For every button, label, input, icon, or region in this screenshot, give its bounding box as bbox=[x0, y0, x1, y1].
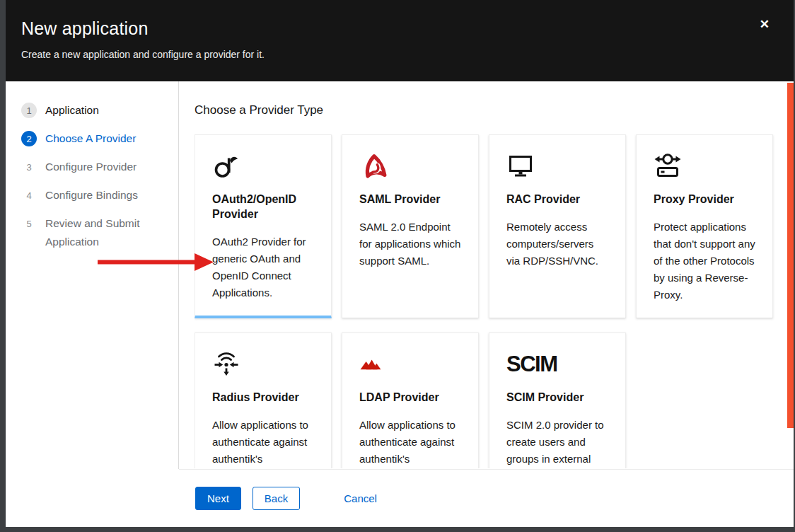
provider-card-grid: OAuth2/OpenID Provider OAuth2 Provider f… bbox=[195, 134, 794, 468]
provider-card-ldap[interactable]: LDAP Provider Allow applications to auth… bbox=[342, 332, 479, 468]
cancel-button[interactable]: Cancel bbox=[344, 492, 377, 504]
step-number: 3 bbox=[21, 159, 37, 175]
back-button[interactable]: Back bbox=[253, 487, 300, 510]
ldap-mountains-icon bbox=[359, 350, 461, 378]
provider-card-scim[interactable]: SCIM SCIM Provider SCIM 2.0 provider to … bbox=[489, 332, 626, 468]
provider-card-title: LDAP Provider bbox=[359, 390, 461, 405]
scim-wordmark-text: SCIM bbox=[506, 352, 557, 377]
step-review-and-submit[interactable]: 5 Review and Submit Application bbox=[21, 214, 167, 251]
provider-card-saml[interactable]: SAML Provider SAML 2.0 Endpoint for appl… bbox=[342, 134, 479, 318]
wizard-header: New application Create a new application… bbox=[6, 0, 794, 81]
close-icon[interactable]: ✕ bbox=[760, 18, 770, 30]
step-number: 4 bbox=[21, 187, 37, 203]
panel-heading: Choose a Provider Type bbox=[195, 103, 794, 118]
wizard-body: 1 Application 2 Choose A Provider 3 Conf… bbox=[6, 81, 794, 469]
step-choose-a-provider[interactable]: 2 Choose A Provider bbox=[21, 129, 167, 148]
step-number: 5 bbox=[21, 216, 37, 231]
provider-card-description: SCIM 2.0 provider to create users and gr… bbox=[506, 417, 608, 468]
step-label: Choose A Provider bbox=[45, 129, 136, 148]
page-title: New application bbox=[21, 18, 765, 39]
scrollbar-thumb[interactable] bbox=[787, 83, 794, 428]
step-configure-bindings[interactable]: 4 Configure Bindings bbox=[21, 186, 167, 204]
step-label: Application bbox=[45, 101, 99, 120]
saml-logo-icon bbox=[359, 152, 461, 180]
step-number: 2 bbox=[21, 131, 37, 146]
provider-card-description: OAuth2 Provider for generic OAuth and Op… bbox=[212, 233, 314, 301]
step-number: 1 bbox=[21, 103, 37, 118]
openid-logo-icon bbox=[212, 152, 314, 180]
provider-card-radius[interactable]: Radius Provider Allow applications to au… bbox=[195, 332, 332, 468]
radius-icon bbox=[212, 350, 314, 378]
provider-card-title: Proxy Provider bbox=[654, 192, 755, 207]
new-application-wizard-modal: New application Create a new application… bbox=[6, 0, 794, 527]
step-label: Review and Submit Application bbox=[45, 214, 158, 251]
step-configure-provider[interactable]: 3 Configure Provider bbox=[21, 158, 167, 176]
wizard-steps-nav: 1 Application 2 Choose A Provider 3 Conf… bbox=[6, 81, 179, 469]
provider-card-description: Allow applications to authenticate again… bbox=[359, 417, 461, 468]
provider-card-proxy[interactable]: Proxy Provider Protect applications that… bbox=[636, 134, 773, 318]
provider-card-description: Protect applications that don't support … bbox=[654, 219, 755, 303]
step-label: Configure Bindings bbox=[45, 186, 138, 204]
provider-type-panel: Choose a Provider Type OAuth2/OpenID Pro… bbox=[179, 81, 794, 469]
provider-card-rac[interactable]: RAC Provider Remotely access computers/s… bbox=[489, 134, 626, 318]
provider-card-description: Remotely access computers/servers via RD… bbox=[506, 219, 608, 270]
provider-card-oauth2-openid[interactable]: OAuth2/OpenID Provider OAuth2 Provider f… bbox=[195, 134, 332, 318]
provider-card-description: SAML 2.0 Endpoint for applications which… bbox=[359, 219, 461, 270]
step-label: Configure Provider bbox=[45, 158, 137, 176]
provider-card-title: OAuth2/OpenID Provider bbox=[212, 192, 314, 221]
provider-card-title: Radius Provider bbox=[212, 390, 314, 405]
wizard-footer: Next Back Cancel bbox=[6, 469, 794, 527]
provider-card-description: Allow applications to authenticate again… bbox=[212, 417, 314, 468]
proxy-icon bbox=[654, 152, 755, 180]
step-application[interactable]: 1 Application bbox=[21, 101, 167, 120]
next-button[interactable]: Next bbox=[195, 487, 241, 510]
provider-card-title: RAC Provider bbox=[506, 192, 608, 207]
scim-logo-icon: SCIM bbox=[506, 350, 608, 378]
provider-card-title: SAML Provider bbox=[359, 192, 461, 207]
provider-card-title: SCIM Provider bbox=[506, 390, 608, 405]
page-subtitle: Create a new application and configure a… bbox=[21, 49, 765, 60]
monitor-icon bbox=[506, 152, 608, 180]
